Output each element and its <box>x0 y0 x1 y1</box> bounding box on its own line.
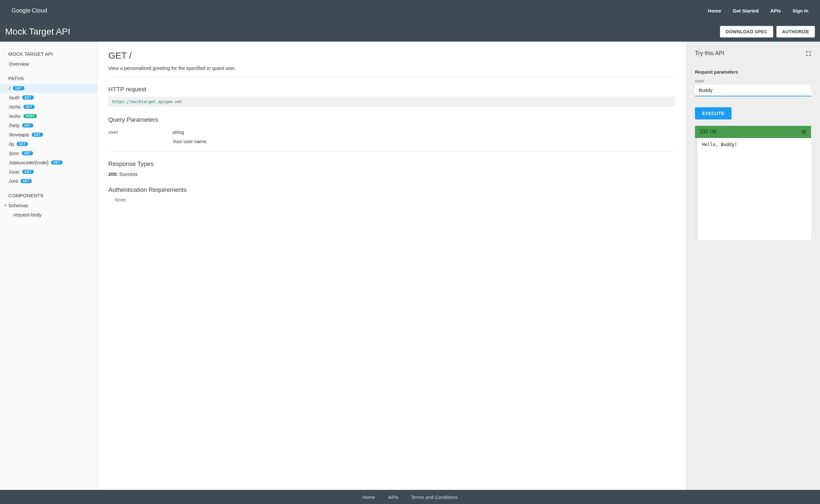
footer-terms[interactable]: Terms and Conditions <box>411 494 457 500</box>
fullscreen-icon[interactable] <box>806 51 811 56</box>
method-badge: GET <box>20 179 32 183</box>
auth-heading: Authentication Requirements <box>108 186 675 193</box>
sidebar-path-label: /json <box>9 150 19 156</box>
brand-part1: Google <box>12 7 30 14</box>
authorize-button[interactable]: AUTHORIZE <box>776 26 815 37</box>
query-params-table: user string Your user name. <box>108 127 675 149</box>
param-type: string <box>172 130 184 135</box>
sidebar-path-label: /user <box>9 169 20 175</box>
try-api-heading: Try this API <box>695 50 724 57</box>
method-badge: GET <box>32 133 43 137</box>
method-badge: GET <box>17 142 28 146</box>
chevron-down-icon: ▼ <box>4 204 7 207</box>
divider <box>108 151 675 151</box>
param-input-label: user <box>695 78 811 83</box>
close-icon[interactable]: ✕ <box>801 129 807 135</box>
try-api-header: Try this API <box>695 50 811 57</box>
brand-logo[interactable]: Google Cloud <box>12 7 47 14</box>
method-badge: POST <box>23 114 37 118</box>
sidebar-path-label: /ip <box>9 141 14 147</box>
method-badge: GET <box>13 86 24 90</box>
param-desc-row: Your user name. <box>108 137 675 149</box>
response-code: 200: <box>108 171 118 177</box>
sidebar-path-item[interactable]: /xmlGET <box>0 176 97 186</box>
http-request-heading: HTTP request <box>108 86 675 93</box>
request-params-label: Request parameters <box>695 69 811 75</box>
sidebar-schema-item[interactable]: request-body <box>0 210 97 219</box>
divider <box>108 77 675 77</box>
sidebar-path-item[interactable]: /ipGET <box>0 139 97 149</box>
brand-part2: Cloud <box>32 7 47 14</box>
response-text: Success <box>118 171 137 177</box>
method-badge: GET <box>22 170 33 174</box>
execute-button[interactable]: EXECUTE <box>695 107 732 119</box>
query-params-heading: Query Parameters <box>108 116 675 123</box>
method-badge: GET <box>23 105 35 109</box>
param-desc: Your user name. <box>172 139 208 144</box>
response-types-heading: Response Types <box>108 160 675 167</box>
nav-get-started[interactable]: Get Started <box>733 8 759 13</box>
sidebar-path-item[interactable]: /jsonGET <box>0 149 97 158</box>
content-area: GET / View a personalized greeting for t… <box>97 42 686 490</box>
sidebar-path-label: / <box>9 85 10 91</box>
sidebar-path-item[interactable]: /helpGET <box>0 121 97 130</box>
method-badge: GET <box>22 123 33 127</box>
page-title: Mock Target API <box>5 27 70 37</box>
sidebar-path-label: /iloveapis <box>9 132 29 137</box>
sidebar-path-label: /xml <box>9 178 18 184</box>
sub-header: Mock Target API DOWNLOAD SPEC AUTHORIZE <box>0 21 820 42</box>
sidebar-path-item[interactable]: /iloveapisGET <box>0 130 97 139</box>
sidebar-path-item[interactable]: /authGET <box>0 93 97 102</box>
sidebar-path-item[interactable]: /echoPOST <box>0 111 97 121</box>
param-row: user string <box>108 127 675 137</box>
sidebar-api-title: MOCK TARGET API <box>0 49 97 59</box>
response-body: Hello, Buddy! <box>695 138 811 240</box>
top-nav-links: Home Get Started APIs Sign In <box>708 8 808 13</box>
method-badge: GET <box>22 95 33 100</box>
sidebar-path-label: /help <box>9 123 20 128</box>
footer-home[interactable]: Home <box>363 494 375 500</box>
sidebar-paths-title: PATHS <box>0 73 97 84</box>
sidebar-path-item[interactable]: /statuscode/{code}GET <box>0 158 97 167</box>
endpoint-title: GET / <box>108 51 675 61</box>
top-navbar: Google Cloud Home Get Started APIs Sign … <box>0 0 820 21</box>
response-status-text: 200 OK <box>700 129 717 135</box>
sidebar: MOCK TARGET API Overview PATHS /GET/auth… <box>0 42 97 490</box>
param-name: user <box>108 130 172 135</box>
nav-apis[interactable]: APIs <box>770 8 781 13</box>
sidebar-path-label: /auth <box>9 95 20 100</box>
endpoint-description: View a personalized greeting for the spe… <box>108 65 675 71</box>
subheader-actions: DOWNLOAD SPEC AUTHORIZE <box>720 26 815 37</box>
sidebar-paths-list: /GET/authGET/echoGET/echoPOST/helpGET/il… <box>0 84 97 186</box>
nav-home[interactable]: Home <box>708 8 721 13</box>
sidebar-path-label: /echo <box>9 113 21 119</box>
user-param-input[interactable] <box>695 85 811 96</box>
response-status-bar: 200 OK ✕ <box>695 126 811 138</box>
download-spec-button[interactable]: DOWNLOAD SPEC <box>720 26 773 37</box>
sidebar-schemas-toggle[interactable]: ▼ Schemas <box>0 201 97 210</box>
sidebar-components-title: COMPONENTS <box>0 190 97 201</box>
sidebar-path-item[interactable]: /echoGET <box>0 102 97 111</box>
sidebar-schemas-label: Schemas <box>8 203 29 208</box>
footer-apis[interactable]: APIs <box>388 494 398 500</box>
footer: Home APIs Terms and Conditions <box>0 490 820 504</box>
nav-sign-in[interactable]: Sign In <box>792 8 808 13</box>
http-request-url: https://mocktarget.apigee.net <box>108 97 675 107</box>
method-badge: GET <box>22 151 33 155</box>
response-line: 200: Success <box>108 171 675 177</box>
sidebar-path-label: /echo <box>9 104 21 110</box>
sidebar-path-item[interactable]: /userGET <box>0 167 97 176</box>
sidebar-path-label: /statuscode/{code} <box>9 160 48 165</box>
sidebar-path-item[interactable]: /GET <box>0 84 97 93</box>
auth-none: None. <box>108 197 675 202</box>
method-badge: GET <box>51 160 62 165</box>
main-area: MOCK TARGET API Overview PATHS /GET/auth… <box>0 42 820 490</box>
try-api-panel: Try this API Request parameters user EXE… <box>686 42 820 490</box>
sidebar-overview[interactable]: Overview <box>0 59 97 69</box>
